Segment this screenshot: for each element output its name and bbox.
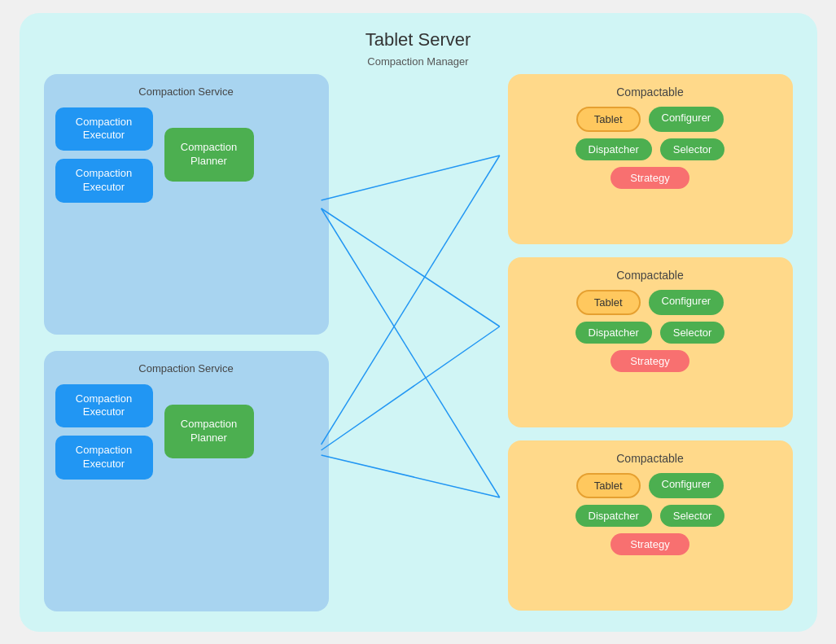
- compaction-service-2: Compaction Service CompactionExecutor Co…: [44, 351, 329, 611]
- compaction-service-1: Compaction Service CompactionExecutor Co…: [44, 74, 329, 335]
- svg-line-0: [321, 156, 499, 200]
- compactable-2-strategy[interactable]: Strategy: [611, 350, 689, 372]
- compactable-2-row2: Dispatcher Selector: [521, 322, 780, 344]
- compactable-2-configurer[interactable]: Configurer: [649, 290, 724, 315]
- svg-line-1: [321, 208, 499, 326]
- compactable-3-selector[interactable]: Selector: [660, 505, 725, 527]
- compactable-3-strategy[interactable]: Strategy: [611, 533, 689, 555]
- compactable-2: Compactable Tablet Configurer Dispatcher…: [508, 257, 793, 427]
- compactable-3-row2: Dispatcher Selector: [521, 505, 780, 527]
- svg-line-4: [321, 326, 499, 450]
- compactable-3-dispatcher[interactable]: Dispatcher: [576, 505, 652, 527]
- compactable-2-strategy-row: Strategy: [521, 350, 780, 372]
- compactable-1-configurer[interactable]: Configurer: [649, 107, 724, 132]
- svg-line-5: [321, 455, 499, 497]
- main-content: Compaction Service CompactionExecutor Co…: [28, 74, 809, 620]
- right-side: Compactable Tablet Configurer Dispatcher…: [508, 74, 793, 611]
- compactable-2-tablet[interactable]: Tablet: [576, 290, 641, 315]
- compactable-1-dispatcher[interactable]: Dispatcher: [576, 138, 652, 160]
- compactable-1-row1: Tablet Configurer: [521, 107, 780, 132]
- compactable-1-strategy[interactable]: Strategy: [611, 167, 689, 189]
- compactable-1-selector[interactable]: Selector: [660, 138, 725, 160]
- service-1-label: Compaction Service: [55, 85, 317, 98]
- compactable-2-label: Compactable: [521, 269, 780, 282]
- compactable-1-strategy-row: Strategy: [521, 167, 780, 189]
- service-1-executor-2[interactable]: CompactionExecutor: [55, 159, 153, 203]
- service-2-inner: CompactionExecutor CompactionExecutor Co…: [55, 384, 317, 480]
- service-1-inner: CompactionExecutor CompactionExecutor Co…: [55, 107, 317, 204]
- compactable-1-tablet[interactable]: Tablet: [576, 107, 641, 132]
- compaction-manager-label: Compaction Manager: [28, 55, 809, 68]
- compactable-3-tablet[interactable]: Tablet: [576, 473, 641, 498]
- compactable-3-label: Compactable: [521, 452, 780, 465]
- service-1-executor-1[interactable]: CompactionExecutor: [55, 107, 153, 151]
- compactable-1-label: Compactable: [521, 85, 780, 99]
- compactable-2-dispatcher[interactable]: Dispatcher: [576, 322, 652, 344]
- compactable-2-selector[interactable]: Selector: [660, 322, 725, 344]
- compactable-3: Compactable Tablet Configurer Dispatcher…: [508, 440, 793, 611]
- service-2-executor-1[interactable]: CompactionExecutor: [55, 384, 153, 428]
- diagram-wrapper: Compaction Service CompactionExecutor Co…: [44, 74, 793, 611]
- compactable-3-row1: Tablet Configurer: [521, 473, 780, 498]
- service-2-planner[interactable]: CompactionPlanner: [164, 405, 254, 458]
- compactable-3-strategy-row: Strategy: [521, 533, 780, 555]
- compactable-2-row1: Tablet Configurer: [521, 290, 780, 315]
- compactable-1-row2: Dispatcher Selector: [521, 138, 780, 160]
- outer-container: Tablet Server Compaction Manager Compact…: [20, 13, 817, 632]
- svg-line-3: [321, 156, 499, 445]
- service-2-label: Compaction Service: [55, 362, 317, 375]
- service-1-planner[interactable]: CompactionPlanner: [164, 128, 254, 182]
- left-side: Compaction Service CompactionExecutor Co…: [44, 74, 329, 611]
- service-1-executors: CompactionExecutor CompactionExecutor: [55, 107, 153, 204]
- svg-line-2: [321, 208, 499, 497]
- compactable-1: Compactable Tablet Configurer Dispatcher…: [508, 74, 793, 244]
- service-2-executors: CompactionExecutor CompactionExecutor: [55, 384, 153, 480]
- page-title: Tablet Server: [28, 29, 809, 50]
- service-2-executor-2[interactable]: CompactionExecutor: [55, 436, 153, 480]
- compactable-3-configurer[interactable]: Configurer: [649, 473, 724, 498]
